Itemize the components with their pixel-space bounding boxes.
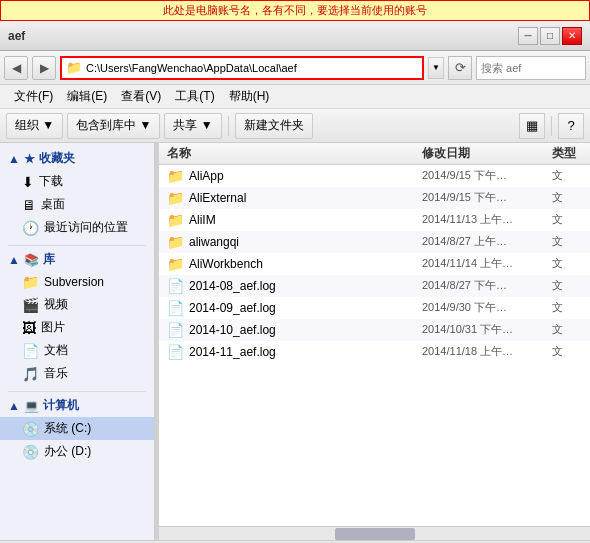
table-row[interactable]: 📁 AliExternal 2014/9/15 下午… 文 <box>159 187 590 209</box>
library-collapse-icon: ▲ <box>8 253 20 267</box>
file-list-header[interactable]: 名称 修改日期 类型 <box>159 143 590 165</box>
file-name: AliWorkbench <box>189 257 422 271</box>
search-box: 🔍 <box>476 56 586 80</box>
address-dropdown-button[interactable]: ▼ <box>428 57 444 79</box>
menu-edit[interactable]: 编辑(E) <box>61 86 113 107</box>
table-row[interactable]: 📄 2014-10_aef.log 2014/10/31 下午… 文 <box>159 319 590 341</box>
favorites-label: 收藏夹 <box>39 150 75 167</box>
minimize-button[interactable]: ─ <box>518 27 538 45</box>
address-folder-icon: 📁 <box>66 60 82 75</box>
file-type: 文 <box>552 234 582 249</box>
title-text: aef <box>8 29 25 43</box>
col-header-name: 名称 <box>167 143 422 164</box>
sidebar-item-video[interactable]: 🎬 视频 <box>0 293 154 316</box>
download-icon: ⬇ <box>22 174 34 190</box>
sidebar-item-office-d[interactable]: 💿 办公 (D:) <box>0 440 154 463</box>
menu-bar: 文件(F) 编辑(E) 查看(V) 工具(T) 帮助(H) <box>0 85 590 109</box>
system-c-label: 系统 (C:) <box>44 420 91 437</box>
address-box[interactable]: 📁 C:\Users\FangWenchao\AppData\Local\aef <box>60 56 424 80</box>
file-type: 文 <box>552 190 582 205</box>
menu-help[interactable]: 帮助(H) <box>223 86 276 107</box>
toolbar-separator-2 <box>551 116 552 136</box>
col-header-date: 修改日期 <box>422 145 552 162</box>
sidebar-item-music[interactable]: 🎵 音乐 <box>0 362 154 385</box>
file-name: AliApp <box>189 169 422 183</box>
table-row[interactable]: 📁 AliWorkbench 2014/11/14 上午… 文 <box>159 253 590 275</box>
menu-tools[interactable]: 工具(T) <box>169 86 220 107</box>
sidebar: ▲ ★ 收藏夹 ⬇ 下载 🖥 桌面 🕐 最近访问的位置 ▲ 📚 库 <box>0 143 155 540</box>
restore-button[interactable]: □ <box>540 27 560 45</box>
sidebar-item-docs[interactable]: 📄 文档 <box>0 339 154 362</box>
menu-file[interactable]: 文件(F) <box>8 86 59 107</box>
file-icon: 📁 <box>167 256 184 272</box>
file-date: 2014/11/14 上午… <box>422 256 552 271</box>
title-bar: aef ─ □ ✕ <box>0 21 590 51</box>
file-date: 2014/9/15 下午… <box>422 190 552 205</box>
sidebar-item-images[interactable]: 🖼 图片 <box>0 316 154 339</box>
forward-button[interactable]: ▶ <box>32 56 56 80</box>
sidebar-item-download[interactable]: ⬇ 下载 <box>0 170 154 193</box>
sidebar-section-favorites: ▲ ★ 收藏夹 ⬇ 下载 🖥 桌面 🕐 最近访问的位置 <box>0 147 154 239</box>
menu-view[interactable]: 查看(V) <box>115 86 167 107</box>
file-date: 2014/9/30 下午… <box>422 300 552 315</box>
file-type: 文 <box>552 212 582 227</box>
table-row[interactable]: 📁 AliApp 2014/9/15 下午… 文 <box>159 165 590 187</box>
title-controls: ─ □ ✕ <box>518 27 582 45</box>
file-type: 文 <box>552 256 582 271</box>
new-folder-button[interactable]: 新建文件夹 <box>235 113 313 139</box>
sidebar-item-system-c[interactable]: 💿 系统 (C:) <box>0 417 154 440</box>
subversion-label: Subversion <box>44 275 104 289</box>
close-button[interactable]: ✕ <box>562 27 582 45</box>
file-name: 2014-10_aef.log <box>189 323 422 337</box>
address-bar-row: ◀ ▶ 📁 C:\Users\FangWenchao\AppData\Local… <box>0 51 590 85</box>
main-area: ▲ ★ 收藏夹 ⬇ 下载 🖥 桌面 🕐 最近访问的位置 ▲ 📚 库 <box>0 143 590 540</box>
file-type: 文 <box>552 344 582 359</box>
subversion-icon: 📁 <box>22 274 39 290</box>
sidebar-item-desktop[interactable]: 🖥 桌面 <box>0 193 154 216</box>
computer-icon: 💻 <box>24 399 39 413</box>
table-row[interactable]: 📄 2014-09_aef.log 2014/9/30 下午… 文 <box>159 297 590 319</box>
file-date: 2014/10/31 下午… <box>422 322 552 337</box>
search-input[interactable] <box>481 62 590 74</box>
sidebar-header-computer[interactable]: ▲ 💻 计算机 <box>0 394 154 417</box>
sidebar-divider-1 <box>8 245 146 246</box>
file-name: aliwangqi <box>189 235 422 249</box>
sidebar-item-recent[interactable]: 🕐 最近访问的位置 <box>0 216 154 239</box>
docs-label: 文档 <box>44 342 68 359</box>
file-date: 2014/8/27 下午… <box>422 278 552 293</box>
file-name: 2014-11_aef.log <box>189 345 422 359</box>
add-to-library-button[interactable]: 包含到库中 ▼ <box>67 113 160 139</box>
share-button[interactable]: 共享 ▼ <box>164 113 221 139</box>
desktop-label: 桌面 <box>41 196 65 213</box>
file-icon: 📄 <box>167 300 184 316</box>
file-area: 名称 修改日期 类型 📁 AliApp 2014/9/15 下午… 文 📁 Al… <box>159 143 590 540</box>
file-date: 2014/11/18 上午… <box>422 344 552 359</box>
organize-button[interactable]: 组织 ▼ <box>6 113 63 139</box>
file-date: 2014/8/27 上午… <box>422 234 552 249</box>
table-row[interactable]: 📁 AliIM 2014/11/13 上午… 文 <box>159 209 590 231</box>
col-header-type: 类型 <box>552 145 582 162</box>
file-icon: 📁 <box>167 190 184 206</box>
table-row[interactable]: 📄 2014-08_aef.log 2014/8/27 下午… 文 <box>159 275 590 297</box>
back-button[interactable]: ◀ <box>4 56 28 80</box>
h-scrollbar-thumb[interactable] <box>335 528 415 540</box>
view-toggle-button[interactable]: ▦ <box>519 113 545 139</box>
help-button[interactable]: ? <box>558 113 584 139</box>
horizontal-scrollbar[interactable] <box>159 526 590 540</box>
download-label: 下载 <box>39 173 63 190</box>
toolbar-right: ▦ ? <box>519 113 584 139</box>
file-icon: 📄 <box>167 344 184 360</box>
file-name: 2014-08_aef.log <box>189 279 422 293</box>
table-row[interactable]: 📄 2014-11_aef.log 2014/11/18 上午… 文 <box>159 341 590 363</box>
file-type: 文 <box>552 168 582 183</box>
sidebar-item-subversion[interactable]: 📁 Subversion <box>0 271 154 293</box>
library-label: 库 <box>43 251 55 268</box>
sidebar-header-library[interactable]: ▲ 📚 库 <box>0 248 154 271</box>
music-label: 音乐 <box>44 365 68 382</box>
file-list: 📁 AliApp 2014/9/15 下午… 文 📁 AliExternal 2… <box>159 165 590 526</box>
sidebar-header-favorites[interactable]: ▲ ★ 收藏夹 <box>0 147 154 170</box>
table-row[interactable]: 📁 aliwangqi 2014/8/27 上午… 文 <box>159 231 590 253</box>
refresh-button[interactable]: ⟳ <box>448 56 472 80</box>
file-icon: 📄 <box>167 322 184 338</box>
sidebar-divider-2 <box>8 391 146 392</box>
